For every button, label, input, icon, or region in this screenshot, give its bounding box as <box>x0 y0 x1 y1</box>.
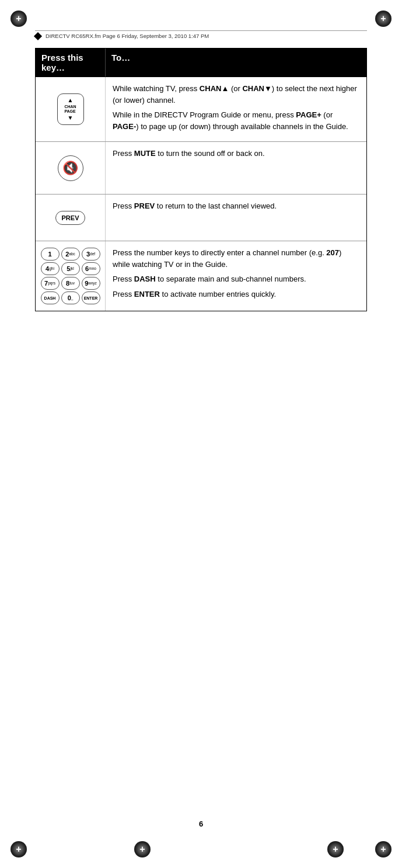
key-dash: DASH <box>41 291 60 304</box>
numpad-key-cell: 1 2abc 3def 4ghi 5jkl 6mno 7pqrs 8tuv 9w… <box>36 241 106 311</box>
key-0: 0_ <box>61 291 80 304</box>
reg-mark-bottom-left <box>11 841 27 857</box>
dash-bold: DASH <box>134 275 156 283</box>
chan-up-arrow: ▲ <box>68 97 74 104</box>
table-row: ▲ CHANPAGE ▼ While watching TV, press CH… <box>36 77 366 141</box>
table-row: PREV Press PREV to return to the last ch… <box>36 194 366 241</box>
table-header: Press this key… To… <box>35 48 367 77</box>
key-8: 8tuv <box>61 277 80 290</box>
chan-key-cell: ▲ CHANPAGE ▼ <box>36 77 106 141</box>
mute-key-cell: 🔇 <box>36 142 106 194</box>
key-5: 5jkl <box>61 262 80 275</box>
chan-up-bold: CHAN▲ <box>200 84 229 93</box>
mute-bold: MUTE <box>134 149 156 158</box>
page-number: 6 <box>199 820 203 828</box>
key-6: 6mno <box>82 262 100 275</box>
reg-mark-bottom-mid-right <box>327 841 344 857</box>
table-body: ▲ CHANPAGE ▼ While watching TV, press CH… <box>35 77 367 311</box>
page-minus-bold: PAGE- <box>113 122 136 131</box>
numpad-keys: 1 2abc 3def 4ghi 5jkl 6mno 7pqrs 8tuv 9w… <box>41 248 100 304</box>
prev-desc: Press PREV to return to the last channel… <box>113 200 359 212</box>
chan-desc-1: While watching TV, press CHAN▲ (or CHAN▼… <box>113 83 359 106</box>
reg-mark-top-right <box>375 11 391 27</box>
main-content: Press this key… To… ▲ CHANPAGE ▼ While w… <box>35 48 367 810</box>
chan-desc-2: While in the DIRECTV Program Guide or me… <box>113 109 359 132</box>
reg-mark-top-left <box>11 11 27 27</box>
page-plus-bold: PAGE+ <box>296 110 321 119</box>
chan-down-arrow: ▼ <box>68 114 74 121</box>
col-action-header: To… <box>106 48 366 77</box>
mute-desc: Press MUTE to turn the sound off or back… <box>113 148 359 159</box>
key-7: 7pqrs <box>41 277 60 290</box>
table-row: 🔇 Press MUTE to turn the sound off or ba… <box>36 141 366 194</box>
numpad-desc-3: Press ENTER to activate number entries q… <box>113 289 359 300</box>
mute-action-cell: Press MUTE to turn the sound off or back… <box>106 142 366 194</box>
numpad-desc-1: Press the number keys to directly enter … <box>113 247 359 270</box>
mute-key: 🔇 <box>58 155 83 181</box>
key-1: 1 <box>41 248 60 261</box>
prev-label: PREV <box>62 214 79 221</box>
table-row: 1 2abc 3def 4ghi 5jkl 6mno 7pqrs 8tuv 9w… <box>36 241 366 311</box>
col-key-header: Press this key… <box>36 48 106 77</box>
key-enter: ENTER <box>82 291 100 304</box>
header-text: DIRECTV RC65RX.fm Page 6 Friday, Septemb… <box>46 33 209 39</box>
key-9: 9wxyz <box>82 277 100 290</box>
chan-action-cell: While watching TV, press CHAN▲ (or CHAN▼… <box>106 77 366 141</box>
chan-down-bold: CHAN▼ <box>242 84 271 93</box>
reg-mark-bottom-mid-left <box>134 841 151 857</box>
key-3: 3def <box>82 248 100 261</box>
prev-key-cell: PREV <box>36 195 106 241</box>
header-diamond-icon <box>34 32 42 40</box>
chan-page-key: ▲ CHANPAGE ▼ <box>57 93 84 126</box>
channel-num-bold: 207 <box>326 248 339 257</box>
key-4: 4ghi <box>41 262 60 275</box>
prev-key: PREV <box>55 211 86 225</box>
page-header: DIRECTV RC65RX.fm Page 6 Friday, Septemb… <box>35 30 367 39</box>
reg-mark-bottom-right <box>375 841 391 857</box>
numpad-action-cell: Press the number keys to directly enter … <box>106 241 366 311</box>
mute-icon: 🔇 <box>62 161 78 176</box>
key-2: 2abc <box>61 248 80 261</box>
enter-bold: ENTER <box>134 290 160 298</box>
numpad-desc-2: Press DASH to separate main and sub-chan… <box>113 273 359 285</box>
prev-action-cell: Press PREV to return to the last channel… <box>106 195 366 241</box>
prev-bold: PREV <box>134 202 155 210</box>
chan-label: CHANPAGE <box>64 105 76 114</box>
